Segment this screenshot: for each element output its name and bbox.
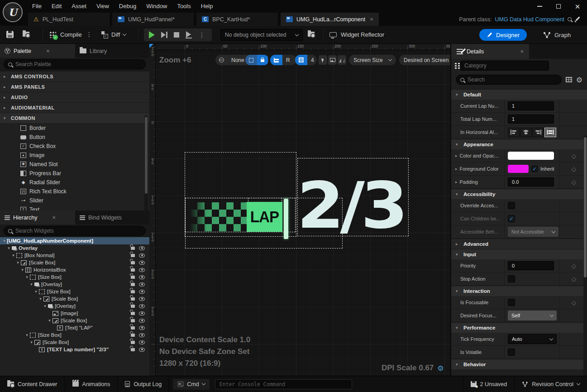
section-header-default[interactable]: ▾Default (451, 89, 587, 100)
console-command-input[interactable] (215, 379, 352, 389)
align-button-right[interactable] (532, 128, 544, 137)
expand-arrow-icon[interactable]: ▸ (455, 180, 458, 184)
edit-pencil-icon[interactable] (575, 16, 581, 22)
visibility-eye-icon[interactable] (139, 268, 145, 272)
marquee-select-button[interactable] (245, 55, 257, 65)
output-log-button[interactable]: Output Log (118, 376, 169, 392)
frame-skip-button[interactable] (161, 31, 167, 38)
palette-search-box[interactable] (4, 59, 146, 69)
property-checkbox[interactable]: ✓ (508, 215, 515, 222)
section-header-input[interactable]: ▾Input (451, 249, 587, 259)
tree-row-15[interactable]: [TEXT Lap number] "2/3" (0, 346, 149, 353)
checkered-flag-graphic[interactable] (190, 202, 247, 231)
unlock-icon[interactable] (131, 305, 135, 308)
palette-item-image[interactable]: ▴Image (0, 151, 149, 160)
lap-number-text[interactable]: 2/3 (297, 174, 404, 238)
designer-canvas[interactable]: 050100150200250300350 1 0 05 005 01 0 01… (149, 44, 450, 376)
tree-row-5[interactable]: ▾[Size Box] (0, 273, 149, 281)
tree-row-11[interactable]: ▾[Scale Box] (0, 317, 149, 324)
align-mode-button[interactable] (270, 55, 282, 65)
settings-gear-icon[interactable]: ⚙ (576, 76, 582, 84)
visibility-eye-icon[interactable] (139, 311, 145, 316)
visibility-eye-icon[interactable] (139, 261, 145, 265)
palette-search-input[interactable] (15, 61, 141, 67)
rotation-button[interactable]: R (282, 55, 294, 65)
menu-asset[interactable]: Asset (67, 0, 91, 13)
tree-row-2[interactable]: ▾[Box Normal] (0, 252, 149, 259)
unlock-icon[interactable] (131, 341, 135, 344)
unlock-icon[interactable] (131, 312, 135, 315)
close-button[interactable]: ✕ (568, 0, 587, 13)
visibility-eye-icon[interactable] (139, 319, 145, 323)
tree-row-7[interactable]: ▾[Size Box] (0, 288, 149, 295)
flip-preview-button[interactable] (338, 55, 346, 65)
compile-options-icon[interactable]: ⋮ (86, 31, 92, 38)
revision-control-button[interactable]: Revision Control (515, 376, 587, 392)
palette-item-slider[interactable]: –▪Slider (0, 196, 149, 205)
section-header-appearance[interactable]: ▾Appearance (451, 139, 587, 149)
tree-row-3[interactable]: ▾[Scale Box] (0, 259, 149, 266)
close-icon[interactable]: × (52, 214, 56, 221)
menu-debug[interactable]: Debug (114, 0, 141, 13)
details-scrollbar[interactable] (583, 135, 587, 392)
tree-row-13[interactable]: ▾[Size Box] (0, 331, 149, 339)
tree-row-6[interactable]: ▾[Overlay] (0, 281, 149, 288)
details-search-input[interactable] (468, 76, 557, 83)
anchor-globe-icon[interactable] (215, 55, 228, 65)
palette-category-audio[interactable]: ▸AUDIO (0, 92, 149, 103)
document-tab-0[interactable]: ⚠PL_HudTest (28, 13, 110, 26)
unlock-icon[interactable] (131, 334, 135, 337)
property-checkbox[interactable] (508, 349, 515, 356)
debug-browse-button[interactable] (308, 32, 315, 38)
visibility-eye-icon[interactable] (139, 246, 145, 250)
play-button[interactable] (149, 31, 155, 38)
align-button-left[interactable] (508, 128, 520, 137)
tree-row-10[interactable]: [Image] (0, 310, 149, 317)
preview-background-button[interactable] (328, 55, 337, 65)
scrollbar-thumb[interactable] (584, 137, 587, 277)
menu-help[interactable]: Help (196, 0, 218, 13)
unlock-icon[interactable] (131, 261, 135, 264)
property-input[interactable] (508, 101, 554, 110)
grid-snap-pill[interactable]: 4 (295, 55, 317, 65)
palette-category-common[interactable]: ▾COMMON (0, 113, 149, 124)
debug-object-dropdown[interactable]: No debug object selected (220, 29, 303, 41)
bind-diamond-icon[interactable]: ◇ (572, 263, 576, 269)
expand-arrow-icon[interactable]: ▸ (455, 167, 458, 171)
palette-item-rich-text-block[interactable]: (/)Rich Text Block (0, 187, 149, 196)
palette-category-audiomaterial[interactable]: ▸AUDIOMATERIAL (0, 103, 149, 113)
details-search-box[interactable] (456, 75, 562, 85)
unlock-icon[interactable] (131, 283, 135, 286)
unlock-icon[interactable] (131, 348, 135, 351)
property-checkbox[interactable] (508, 275, 515, 282)
tree-row-8[interactable]: ▾[Scale Box] (0, 295, 149, 302)
visibility-eye-icon[interactable] (139, 297, 145, 301)
visibility-eye-icon[interactable] (139, 290, 145, 294)
unlock-icon[interactable] (131, 276, 135, 279)
visibility-eye-icon[interactable] (139, 333, 145, 337)
section-header-accessibility[interactable]: ▾Accessibility (451, 189, 587, 199)
unlock-icon[interactable] (131, 297, 135, 301)
palette-item-border[interactable]: Border (0, 124, 149, 133)
save-button[interactable] (6, 31, 14, 39)
palette-item-progress-bar[interactable]: Progress Bar (0, 169, 149, 178)
tab-bind-widgets[interactable]: Bind Widgets (75, 210, 126, 225)
menu-file[interactable]: File (27, 0, 47, 13)
browse-asset-button[interactable] (23, 32, 29, 38)
search-icon[interactable] (568, 17, 572, 21)
parent-class-link[interactable]: UMG Data Hud Component (495, 16, 564, 23)
visibility-eye-icon[interactable] (139, 275, 145, 279)
close-icon[interactable]: × (370, 16, 373, 23)
scrollbar-thumb[interactable] (145, 117, 148, 194)
menu-tools[interactable]: Tools (172, 0, 196, 13)
maximize-button[interactable] (549, 0, 568, 13)
bind-diamond-icon[interactable]: ◇ (572, 179, 576, 186)
unlock-icon[interactable] (131, 247, 135, 250)
document-tab-3[interactable]: UMG_HudLa...rComponent× (281, 13, 379, 26)
property-dropdown[interactable]: Not Accessible (508, 227, 558, 237)
dpi-settings-gear-icon[interactable]: ⚙ (437, 364, 444, 373)
unlock-icon[interactable] (131, 268, 135, 272)
palette-item-radial-slider[interactable]: ◆Radial Slider (0, 178, 149, 187)
document-tab-2[interactable]: CBPC_KartHud* (196, 13, 278, 26)
diff-button[interactable]: Diff (101, 31, 126, 38)
